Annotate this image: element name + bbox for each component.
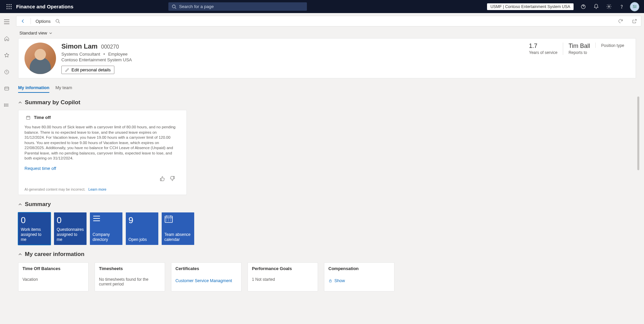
recent-icon[interactable] (1, 67, 12, 77)
svg-point-23 (4, 104, 5, 104)
tile-work-items[interactable]: 0 Work items assigned to me (18, 212, 51, 245)
svg-point-6 (7, 8, 8, 9)
edit-button-label: Edit personal details (71, 67, 111, 72)
popout-icon[interactable] (632, 19, 637, 24)
section-summary: Summary 0 Work items assigned to me 0 Qu… (18, 201, 636, 245)
svg-line-27 (58, 22, 60, 23)
compensation-show-link[interactable]: Show (328, 278, 345, 283)
pencil-icon (65, 68, 69, 72)
app-title: Finance and Operations (16, 4, 73, 9)
back-button[interactable] (20, 18, 26, 24)
edit-personal-details-button[interactable]: Edit personal details (61, 66, 114, 74)
view-name: Standard view (19, 30, 47, 36)
action-bar: Options (16, 16, 641, 26)
employee-number: 000270 (101, 44, 119, 50)
svg-point-3 (7, 6, 8, 7)
left-nav-rail (0, 13, 13, 324)
user-avatar[interactable]: SI (630, 2, 639, 11)
global-search[interactable]: Search for a page (168, 2, 307, 11)
certificate-link[interactable]: Customer Service Managment (175, 278, 232, 283)
hamburger-icon[interactable] (1, 16, 12, 27)
section-header-copilot[interactable]: Summary by Copilot (18, 99, 636, 106)
tab-my-team[interactable]: My team (55, 83, 72, 93)
favorites-icon[interactable] (1, 50, 12, 61)
svg-point-13 (621, 8, 622, 8)
list-icon (93, 215, 120, 222)
top-navbar: Finance and Operations Search for a page… (0, 0, 644, 13)
stat-years: 1.7 Years of service (524, 43, 563, 55)
svg-point-2 (11, 4, 12, 5)
svg-point-7 (9, 8, 10, 9)
svg-point-9 (172, 5, 175, 8)
svg-point-1 (9, 4, 10, 5)
employee-name: Simon Lam (61, 43, 98, 50)
card-performance-goals[interactable]: Performance Goals 1 Not started (248, 262, 318, 291)
section-header-summary[interactable]: Summary (18, 201, 636, 208)
chevron-up-icon (18, 101, 22, 105)
card-certificates[interactable]: Certificates Customer Service Managment (171, 262, 241, 291)
calendar-clock-icon (26, 115, 31, 120)
svg-rect-45 (329, 280, 331, 282)
card-compensation[interactable]: Compensation Show (324, 262, 394, 291)
employee-company: Contoso Entertainment System USA (61, 57, 524, 62)
card-time-off-balances[interactable]: Time Off Balances Vacation (18, 262, 89, 291)
app-launcher[interactable] (3, 4, 15, 9)
card-timesheets[interactable]: Timesheets No timesheets found for the c… (95, 262, 165, 291)
section-header-career[interactable]: My career information (18, 251, 636, 258)
action-search-icon[interactable] (55, 19, 60, 23)
svg-rect-28 (26, 116, 30, 119)
home-icon[interactable] (1, 33, 12, 44)
scrollbar-thumb[interactable] (637, 96, 639, 170)
content-area: Standard view Simon Lam 000270 Systems C… (13, 26, 644, 324)
svg-point-4 (9, 6, 10, 7)
workspaces-icon[interactable] (1, 83, 12, 94)
svg-point-24 (4, 105, 5, 105)
thumbs-down-icon[interactable] (170, 176, 175, 181)
lock-icon (328, 279, 332, 283)
chevron-down-icon (49, 31, 52, 35)
copilot-icon[interactable] (577, 0, 590, 13)
tile-team-absence-calendar[interactable]: Team absence calendar (162, 212, 194, 245)
svg-point-0 (7, 4, 8, 5)
thumbs-up-icon[interactable] (160, 176, 165, 181)
copilot-disclaimer: AI-generated content may be incorrect. (24, 187, 86, 191)
copilot-card-title: Time off (34, 115, 51, 120)
tile-company-directory[interactable]: Company directory (90, 212, 122, 245)
search-placeholder: Search for a page (179, 4, 214, 9)
employee-header-card: Simon Lam 000270 Systems Consultant • Em… (18, 38, 636, 78)
stat-reports-to[interactable]: Tim Ball Reports to (563, 43, 595, 55)
svg-point-26 (56, 19, 59, 22)
request-time-off-link[interactable]: Request time off (24, 166, 56, 171)
view-selector[interactable]: Standard view (19, 30, 636, 36)
svg-point-5 (11, 6, 12, 7)
options-menu[interactable]: Options (36, 19, 51, 24)
settings-icon[interactable] (602, 0, 615, 13)
svg-point-12 (608, 6, 609, 7)
section-copilot: Summary by Copilot Time off You have 80.… (18, 99, 636, 195)
svg-point-25 (4, 106, 5, 106)
tile-open-jobs[interactable]: 9 Open jobs (126, 212, 158, 245)
tab-strip: My information My team (18, 83, 636, 93)
calendar-icon (164, 215, 192, 223)
legal-entity-badge[interactable]: USMF | Contoso Entertainment System USA (487, 3, 574, 10)
modules-icon[interactable] (1, 100, 12, 111)
svg-rect-18 (5, 87, 9, 90)
chevron-up-icon (18, 252, 22, 256)
section-career: My career information Time Off Balances … (18, 251, 636, 291)
help-icon[interactable] (615, 0, 628, 13)
tile-questionnaires[interactable]: 0 Questionnaires assigned to me (54, 212, 87, 245)
employee-photo (24, 43, 56, 74)
chevron-up-icon (18, 202, 22, 206)
stat-position-type: Position type (595, 43, 630, 48)
svg-point-8 (11, 8, 12, 9)
tab-my-information[interactable]: My information (18, 83, 49, 93)
copilot-card: Time off You have 80.00 hours of Sick le… (18, 110, 187, 195)
copilot-learn-more-link[interactable]: Learn more (88, 187, 106, 191)
refresh-icon[interactable] (618, 18, 623, 24)
notifications-icon[interactable] (590, 0, 602, 13)
employee-title: Systems Consultant (61, 52, 100, 57)
copilot-body: You have 80.00 hours of Sick leave with … (24, 125, 177, 161)
svg-line-10 (175, 7, 176, 9)
employee-type: Employee (108, 52, 127, 57)
